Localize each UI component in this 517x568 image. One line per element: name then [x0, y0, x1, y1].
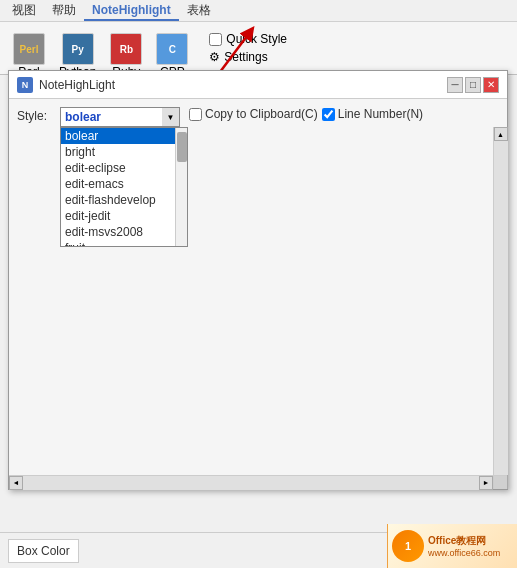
dropdown-item-edit-jedit[interactable]: edit-jedit — [61, 208, 187, 224]
dialog-titlebar: N NoteHighLight ─ □ ✕ — [9, 71, 507, 99]
copy-to-clipboard-label[interactable]: Copy to Clipboard(C) — [189, 107, 318, 121]
minimize-button[interactable]: ─ — [447, 77, 463, 93]
watermark-line2: www.office66.com — [428, 548, 500, 558]
quick-style-label: Quick Style — [226, 32, 287, 46]
ribbon-right: Quick Style ⚙ Settings — [201, 26, 295, 70]
settings-button[interactable]: ⚙ Settings — [209, 50, 287, 64]
line-number-text: Line Number(N) — [338, 107, 423, 121]
dialog-title-left: N NoteHighLight — [17, 77, 115, 93]
style-combo: ▼ bolear bright edit-eclipse edit-emacs … — [60, 107, 180, 127]
perl-icon: Perl — [13, 33, 45, 65]
dropdown-item-edit-flashdevelop[interactable]: edit-flashdevelop — [61, 192, 187, 208]
options-row: Copy to Clipboard(C) Line Number(N) — [189, 107, 499, 121]
line-number-checkbox[interactable] — [322, 108, 335, 121]
close-button[interactable]: ✕ — [483, 77, 499, 93]
quick-style-checkbox[interactable] — [209, 33, 222, 46]
ribbon: 视图 帮助 NoteHighlight 表格 Perl Perl Py Pyth… — [0, 0, 517, 75]
menu-table[interactable]: 表格 — [179, 0, 219, 21]
menu-view[interactable]: 视图 — [4, 0, 44, 21]
office-watermark: 1 Office教程网 www.office66.com — [387, 524, 517, 568]
style-label: Style: — [17, 107, 52, 123]
dropdown-item-fruit[interactable]: fruit — [61, 240, 187, 247]
quick-style-item[interactable]: Quick Style — [209, 32, 287, 46]
dialog-title-text: NoteHighLight — [39, 78, 115, 92]
line-number-label[interactable]: Line Number(N) — [322, 107, 423, 121]
dialog-controls: ─ □ ✕ — [447, 77, 499, 93]
scroll-right-btn[interactable]: ► — [479, 476, 493, 490]
style-row: Style: ▼ bolear bright edit-eclipse edit… — [17, 107, 499, 127]
scroll-track-h[interactable] — [23, 476, 479, 490]
settings-label: Settings — [224, 50, 267, 64]
menu-help[interactable]: 帮助 — [44, 0, 84, 21]
menu-bar: 视图 帮助 NoteHighlight 表格 — [0, 0, 517, 22]
dialog-app-icon: N — [17, 77, 33, 93]
scroll-up-btn[interactable]: ▲ — [494, 127, 508, 141]
dropdown-item-bolear[interactable]: bolear — [61, 128, 187, 144]
style-dropdown-list: bolear bright edit-eclipse edit-emacs ed… — [60, 127, 188, 247]
restore-button[interactable]: □ — [465, 77, 481, 93]
dialog-scrollbar-right[interactable]: ▲ ▼ — [493, 127, 507, 489]
scroll-left-btn[interactable]: ◄ — [9, 476, 23, 490]
watermark-line1: Office教程网 — [428, 534, 500, 548]
cpp-icon: C — [156, 33, 188, 65]
settings-icon: ⚙ — [209, 50, 220, 64]
dropdown-scrollbar[interactable] — [175, 128, 187, 246]
python-icon: Py — [62, 33, 94, 65]
office-logo-text: 1 — [405, 540, 411, 552]
box-color-button[interactable]: Box Color — [8, 539, 79, 563]
scrollbar-thumb — [177, 132, 187, 162]
dropdown-item-edit-msvs2008[interactable]: edit-msvs2008 — [61, 224, 187, 240]
copy-to-clipboard-text: Copy to Clipboard(C) — [205, 107, 318, 121]
ruby-icon: Rb — [110, 33, 142, 65]
dropdown-item-edit-emacs[interactable]: edit-emacs — [61, 176, 187, 192]
style-dropdown-btn[interactable]: ▼ — [162, 107, 180, 127]
notehighlight-dialog: N NoteHighLight ─ □ ✕ Style: ▼ bolear br… — [8, 70, 508, 490]
menu-notehighlight[interactable]: NoteHighlight — [84, 1, 179, 21]
dialog-body: Style: ▼ bolear bright edit-eclipse edit… — [9, 99, 507, 489]
style-input[interactable] — [60, 107, 170, 127]
dialog-scrollbar-bottom[interactable]: ◄ ► — [9, 475, 493, 489]
scroll-track-v[interactable] — [494, 141, 508, 475]
dropdown-item-edit-eclipse[interactable]: edit-eclipse — [61, 160, 187, 176]
copy-to-clipboard-checkbox[interactable] — [189, 108, 202, 121]
dropdown-item-bright[interactable]: bright — [61, 144, 187, 160]
statusbar: Box Color 1 Office教程网 www.office66.com — [0, 532, 517, 568]
watermark-text-block: Office教程网 www.office66.com — [428, 534, 500, 558]
office-logo-icon: 1 — [392, 530, 424, 562]
scroll-corner — [493, 475, 507, 489]
